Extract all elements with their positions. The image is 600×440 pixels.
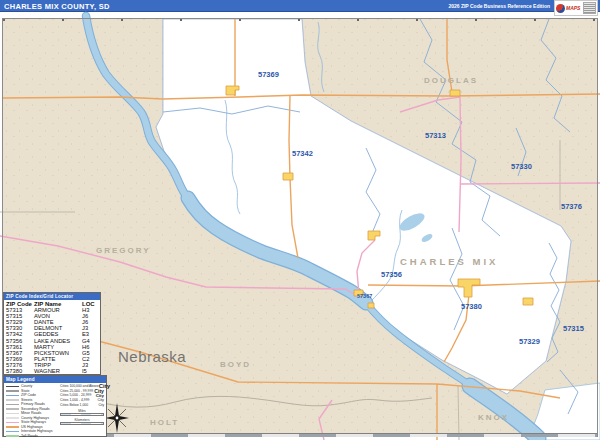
legend-swatch xyxy=(6,413,19,415)
city-class-label: Cities 5,000 - 24,999 xyxy=(60,393,91,397)
legend-label: State xyxy=(21,389,29,393)
legend-swatch xyxy=(6,399,19,401)
legend-swatch xyxy=(6,395,19,397)
compass-rose-icon xyxy=(103,403,131,433)
city-sample: City xyxy=(99,403,105,407)
legend-label: Minor Roads xyxy=(21,411,41,415)
zip-label-57342: 57342 xyxy=(292,149,313,158)
legend-label: Secondary Roads xyxy=(21,407,50,411)
legend-swatch xyxy=(6,404,19,406)
zip-index-panel: ZIP Code Index/Grid Locator ZIP Code ZIP… xyxy=(3,292,101,375)
legend-title: Map Legend xyxy=(4,376,106,383)
legend-label: State Highways xyxy=(21,420,46,424)
legend-swatch xyxy=(6,408,19,410)
legend-label: Streets xyxy=(21,398,32,402)
legend-swatch xyxy=(6,435,19,437)
scale-bar-km: Kilometers xyxy=(60,418,104,425)
legend-swatch xyxy=(6,417,19,419)
county-label-knox: KNOX xyxy=(478,413,509,422)
zip-label-57367: 57367 xyxy=(357,293,372,299)
legend-city-item: Cities 1,000 - 4,999City xyxy=(60,398,104,403)
scale-bar-miles: Miles xyxy=(60,409,104,416)
legend-line-column: County State ZIP Code Streets Primary Ro… xyxy=(6,384,60,438)
cell-loc: I5 xyxy=(82,368,98,374)
legend-panel: Map Legend County State ZIP Code Streets… xyxy=(3,375,107,437)
zip-label-57330: 57330 xyxy=(511,162,532,171)
index-header-row: ZIP Code ZIP Name LOC xyxy=(4,300,100,307)
zip-label-57376: 57376 xyxy=(561,202,582,211)
zip-label-57356: 57356 xyxy=(381,270,402,279)
city-class-label: Cities 100,000 and Above xyxy=(60,384,99,388)
legend-label: US Highways xyxy=(21,425,43,429)
index-row: 57380WAGNERI5 xyxy=(4,368,100,374)
legend-label: County xyxy=(21,384,32,388)
scale-bar xyxy=(60,413,104,416)
legend-city-item: Cities 5,000 - 24,999City xyxy=(60,393,104,398)
legend-swatch xyxy=(6,390,19,392)
legend-swatch xyxy=(6,426,19,428)
legend-item: Toll Roads xyxy=(6,434,60,439)
legend-city-item: Cities Below 1,000City xyxy=(60,402,104,407)
county-label-charles-mix: CHARLES MIX xyxy=(400,256,498,267)
legend-label: ZIP Code xyxy=(21,393,36,397)
city-class-label: Cities 25,000 - 99,999 xyxy=(60,389,93,393)
map-page: CHARLES MIX COUNTY, SD 2026 ZIP Code Bus… xyxy=(0,0,600,440)
state-label-nebraska: Nebraska xyxy=(118,348,186,365)
legend-label: Toll Roads xyxy=(21,434,38,438)
county-label-boyd: BOYD xyxy=(220,360,251,369)
zip-label-57380: 57380 xyxy=(461,302,482,311)
county-label-holt: HOLT xyxy=(150,418,179,427)
legend-label: Interstate Highways xyxy=(21,429,53,433)
cell-zip: 57380 xyxy=(6,368,34,374)
zip-label-57315: 57315 xyxy=(563,324,584,333)
legend-label: County Highways xyxy=(21,416,49,420)
city-sample: City xyxy=(97,398,104,402)
city-class-label: Cities 1,000 - 4,999 xyxy=(60,398,89,402)
cell-name: WAGNER xyxy=(34,368,82,374)
zip-index-title: ZIP Code Index/Grid Locator xyxy=(4,293,100,300)
legend-swatch xyxy=(6,422,19,424)
scale-bar xyxy=(60,422,104,425)
zip-label-57369: 57369 xyxy=(258,70,279,79)
legend-label: Primary Roads xyxy=(21,402,45,406)
legend-swatch xyxy=(6,386,19,388)
zip-label-57329: 57329 xyxy=(519,337,540,346)
city-class-label: Cities Below 1,000 xyxy=(60,403,88,407)
county-label-gregory: GREGORY xyxy=(96,246,151,255)
legend-swatch xyxy=(6,431,19,433)
grid-ruler-top xyxy=(3,19,597,21)
zip-label-57313: 57313 xyxy=(425,131,446,140)
county-label-douglas: DOUGLAS xyxy=(424,76,478,85)
legend-city-column: Cities 100,000 and AboveCity Cities 25,0… xyxy=(60,384,104,438)
